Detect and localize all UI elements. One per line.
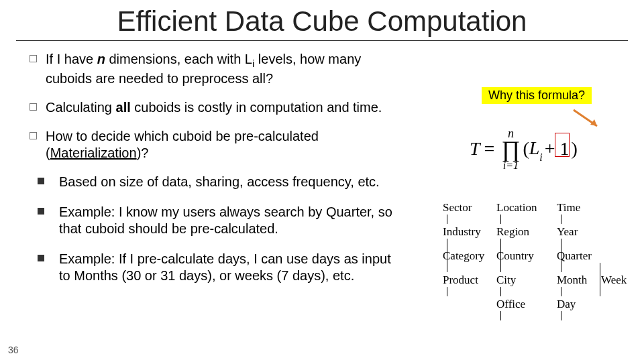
hier-c3-0: Time [557, 201, 592, 225]
hier-c2-1: Region [496, 225, 537, 249]
hier-c3-1: Year [557, 225, 592, 249]
hier-c1-1: Industry [443, 225, 484, 249]
callout-why-formula: Why this formula? [482, 87, 592, 104]
hier-c3-3: Month [557, 274, 592, 298]
page-number: 36 [8, 345, 19, 355]
sub-bullet-1: Based on size of data, sharing, access f… [27, 174, 402, 190]
bullet-2: Calculating all cuboids is costly in com… [27, 99, 402, 116]
arrow-icon [570, 109, 604, 129]
svg-line-0 [574, 110, 597, 126]
sub-bullet-3: Example: If I pre-calculate days, I can … [27, 251, 402, 284]
slide-title: Efficient Data Cube Computation [16, 0, 628, 41]
hier-c1-0: Sector [443, 201, 484, 225]
hier-c4-3: Week [601, 274, 627, 298]
hier-c3-2: Quarter [557, 249, 592, 274]
hier-c2-3: City [496, 274, 537, 298]
sub-bullet-2: Example: I know my users always search b… [27, 204, 402, 237]
hier-c1-3: Product [443, 274, 484, 298]
hier-c2-2: Country [496, 249, 537, 274]
hier-c3-4: Day [557, 298, 592, 322]
hier-c1-2: Category [443, 249, 484, 274]
bullet-3: How to decide which cuboid be pre-calcul… [27, 128, 402, 162]
hier-c2-0: Location [496, 201, 537, 225]
bullet-1: If I have n dimensions, each with Li lev… [27, 51, 402, 87]
slide-body: If I have n dimensions, each with Li lev… [27, 51, 402, 298]
svg-marker-1 [590, 119, 597, 126]
hier-c2-4: Office [496, 298, 537, 322]
formula: T = n ∏ i=1 ( Li + 1 ) [470, 127, 578, 171]
